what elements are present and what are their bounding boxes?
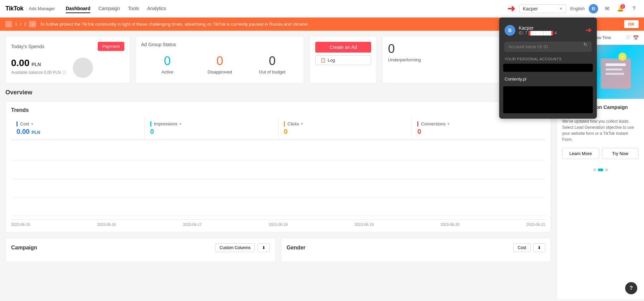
learn-more-button[interactable]: Learn More — [562, 148, 599, 159]
dropdown-personal-account-block[interactable] — [503, 64, 593, 72]
svg-rect-8 — [606, 73, 624, 75]
alert-close-button[interactable]: OK — [624, 20, 639, 28]
spends-card: Today's Spends Payment 0.00 PLN Availabl… — [5, 36, 130, 84]
notification-icon[interactable]: 🔔 1 — [616, 4, 625, 13]
log-label: Log — [328, 58, 335, 63]
logo-ads: Ads Manager — [29, 6, 55, 11]
help-button[interactable]: ? — [625, 282, 637, 294]
spends-inner: 0.00 PLN Available balance 0.00 PLN ⓘ — [11, 55, 124, 78]
campaign-table-title: Campaign — [11, 245, 37, 251]
svg-rect-6 — [606, 63, 626, 66]
metric-cost-dropdown-icon[interactable]: ▾ — [31, 122, 33, 126]
chart-date-2: 2023-06-17 — [183, 222, 202, 227]
spends-title: Today's Spends — [11, 44, 44, 49]
info-icon[interactable]: ⓘ — [626, 35, 630, 40]
metric-clicks: Clicks ▾ 0 — [279, 117, 412, 140]
carousel-dot-0[interactable] — [593, 169, 596, 171]
trend-chart-svg — [11, 146, 545, 219]
gender-table-card: Gender Cost ⬇ — [281, 238, 551, 262]
export-icon: ⬇ — [262, 245, 265, 250]
spends-header: Today's Spends Payment — [11, 42, 124, 51]
create-card: Create an Ad 📋 Log — [310, 36, 377, 84]
dashboard-top-row: Today's Spends Payment 0.00 PLN Availabl… — [5, 36, 551, 84]
calendar-icon[interactable]: 📅 — [633, 35, 639, 40]
adgroup-disapproved-num: 0 — [196, 54, 244, 68]
carousel-dot-1[interactable] — [598, 169, 603, 171]
metric-impressions-label: Impressions — [154, 121, 178, 126]
spends-amount: 0.00 PLN — [11, 58, 66, 68]
dropdown-id-suffix: 4 — [554, 31, 557, 35]
create-ad-button[interactable]: Create an Ad — [315, 42, 371, 53]
try-now-button[interactable]: Try Now — [602, 148, 639, 159]
metric-clicks-dropdown-icon[interactable]: ▾ — [301, 122, 303, 126]
notification-badge: 1 — [620, 4, 625, 9]
nav-campaign[interactable]: Campaign — [98, 4, 120, 13]
refresh-icon[interactable]: ↻ — [583, 42, 587, 47]
alert-prev-button[interactable]: ‹ — [5, 21, 12, 27]
trends-metrics: Cost ▾ 0.00 PLN Impressions ▾ — [11, 117, 545, 140]
dropdown-id-prefix: ID: 7 — [519, 31, 527, 35]
dropdown-id-redacted: ████████ — [528, 31, 553, 35]
spends-value: 0.00 — [11, 58, 30, 68]
logo-tiktok: TikTok — [5, 5, 23, 12]
account-search-input[interactable] — [505, 42, 591, 52]
chart-date-0: 2023-06-15 — [11, 222, 30, 227]
gender-table-actions: Cost ⬇ — [513, 243, 545, 252]
campaign-table-actions: Custom Columns ⬇ — [215, 243, 270, 252]
nav-tools[interactable]: Tools — [128, 4, 139, 13]
avatar: B — [589, 4, 598, 13]
adgroup-disapproved: 0 Disapproved — [194, 51, 246, 77]
adgroup-stats: 0 Active 0 Disapproved 0 Out of budget — [141, 51, 298, 77]
alert-message: To further protect the TikTok community … — [40, 22, 309, 27]
payment-button[interactable]: Payment — [98, 42, 124, 51]
svg-rect-7 — [606, 68, 622, 70]
alert-next-button[interactable]: › — [29, 21, 36, 27]
metric-conversions-label: Conversions — [421, 121, 445, 126]
metric-cost: Cost ▾ 0.00 PLN — [11, 117, 145, 140]
metric-impressions-dropdown-icon[interactable]: ▾ — [180, 122, 181, 126]
adgroup-status-card: Ad Group Status 0 Active 0 Disapproved 0… — [135, 36, 304, 84]
carousel-dot-2[interactable] — [605, 169, 608, 171]
gender-table-title: Gender — [287, 245, 305, 251]
balance-text: Available balance 0.00 PLN ⓘ — [11, 70, 66, 76]
nav-analytics[interactable]: Analytics — [147, 4, 166, 13]
metric-impressions-header: Impressions ▾ — [150, 121, 273, 126]
campaign-export-button[interactable]: ⬇ — [258, 243, 270, 252]
custom-columns-button[interactable]: Custom Columns — [215, 243, 255, 252]
metric-conversions: Conversions ▾ 0 — [412, 117, 545, 140]
topnav: TikTok : Ads Manager Dashboard Campaign … — [0, 0, 644, 18]
dropdown-contenty-name: Contenty.pl — [505, 77, 591, 82]
dropdown-search[interactable]: ↻ — [499, 39, 597, 54]
adgroup-title: Ad Group Status — [141, 42, 298, 47]
chart-date-4: 2023-06-19 — [355, 222, 374, 227]
right-panel-buttons: Learn More Try Now — [562, 148, 639, 159]
svg-text:+: + — [621, 55, 624, 59]
nav-items: Dashboard Campaign Tools Analytics — [66, 4, 507, 13]
metric-clicks-value: 0 — [284, 128, 407, 136]
account-selector[interactable]: Kacper ▼ — [519, 4, 566, 13]
dropdown-account-name: Kacper — [519, 25, 582, 31]
content-area: Today's Spends Payment 0.00 PLN Availabl… — [0, 31, 556, 299]
chart-date-5: 2023-06-20 — [441, 222, 459, 227]
metric-clicks-header: Clicks ▾ — [284, 121, 407, 126]
chart-dates: 2023-06-15 2023-06-16 2023-06-17 2023-06… — [11, 220, 545, 227]
nav-dashboard[interactable]: Dashboard — [66, 4, 90, 13]
dropdown-contenty-item[interactable]: Contenty.pl — [499, 73, 597, 85]
metric-cost-label: Cost — [20, 121, 29, 126]
chevron-down-icon: ▼ — [559, 7, 562, 10]
help-nav-icon[interactable]: ? — [629, 4, 639, 13]
log-button[interactable]: 📋 Log — [315, 55, 371, 65]
dropdown-contenty-block[interactable] — [503, 86, 593, 113]
balance-info-icon[interactable]: ⓘ — [62, 70, 66, 76]
metric-conversions-dropdown-icon[interactable]: ▾ — [448, 122, 449, 126]
metric-cost-header: Cost ▾ — [17, 121, 139, 126]
cost-dropdown-button[interactable]: Cost — [513, 243, 530, 252]
gender-export-button[interactable]: ⬇ — [533, 243, 545, 252]
account-selector-name: Kacper — [523, 6, 538, 11]
gender-table-header: Gender Cost ⬇ — [287, 243, 545, 252]
metric-cost-value: 0.00 PLN — [17, 128, 139, 136]
language-label: English — [570, 6, 585, 11]
metric-conversions-value: 0 — [417, 128, 540, 136]
metric-cost-unit: PLN — [32, 130, 40, 135]
mail-icon[interactable]: ✉ — [602, 4, 612, 13]
